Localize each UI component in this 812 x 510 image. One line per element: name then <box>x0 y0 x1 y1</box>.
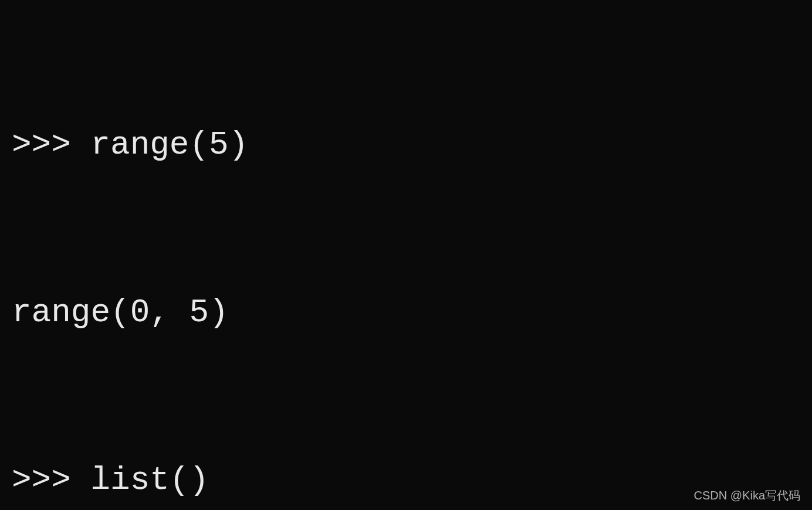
repl-input: list() <box>90 461 209 499</box>
repl-input: range(5) <box>90 126 248 164</box>
watermark-text: CSDN @Kika写代码 <box>694 485 800 505</box>
terminal-line: range(0, 5) <box>12 285 800 341</box>
repl-output: range(0, 5) <box>12 294 229 331</box>
terminal-line: >>> range(5) <box>12 117 800 173</box>
repl-prompt: >>> <box>12 461 90 499</box>
repl-prompt: >>> <box>12 126 90 164</box>
terminal-output[interactable]: >>> range(5) range(0, 5) >>> list() [] >… <box>12 6 800 510</box>
terminal-line: >>> list() <box>12 453 800 508</box>
